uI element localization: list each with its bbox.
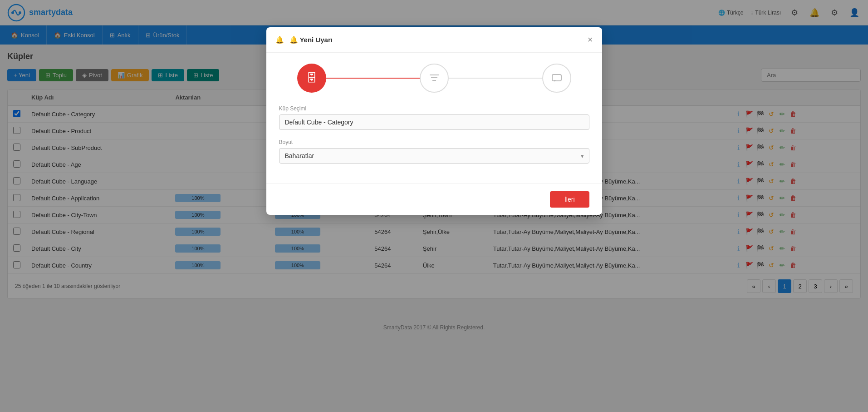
dimension-group: Boyut Baharatlar Diğer — [279, 139, 589, 164]
wizard-step-2 — [420, 64, 449, 93]
svg-rect-5 — [432, 80, 436, 81]
modal-body: 🗄 — [266, 53, 602, 184]
svg-rect-6 — [552, 74, 561, 81]
wizard-step-3 — [542, 64, 571, 93]
filter-icon — [428, 72, 441, 84]
wizard-line-1 — [326, 78, 420, 79]
cube-selection-group: Küp Seçimi — [279, 105, 589, 130]
modal-dialog: 🔔 🔔 Yeni Uyarı × 🗄 — [266, 27, 602, 215]
modal-footer: İleri — [266, 184, 602, 215]
wizard-steps: 🗄 — [279, 64, 589, 93]
svg-rect-4 — [431, 77, 437, 78]
dimension-label: Boyut — [279, 139, 589, 145]
bell-modal-icon: 🔔 — [275, 36, 284, 44]
chat-icon — [550, 72, 563, 84]
svg-rect-3 — [430, 74, 439, 75]
dimension-select-wrap: Baharatlar Diğer — [279, 148, 589, 164]
modal-overlay: 🔔 🔔 Yeni Uyarı × 🗄 — [0, 0, 868, 412]
modal-header: 🔔 🔔 Yeni Uyarı × — [266, 27, 602, 53]
modal-title: 🔔 🔔 Yeni Uyarı — [275, 36, 333, 44]
next-button[interactable]: İleri — [550, 191, 589, 208]
cube-selection-label: Küp Seçimi — [279, 105, 589, 112]
wizard-line-2 — [449, 78, 542, 79]
cube-selection-input[interactable] — [279, 114, 589, 130]
modal-close-button[interactable]: × — [588, 35, 593, 45]
dimension-select[interactable]: Baharatlar Diğer — [279, 148, 589, 164]
wizard-step-1: 🗄 — [297, 64, 326, 93]
